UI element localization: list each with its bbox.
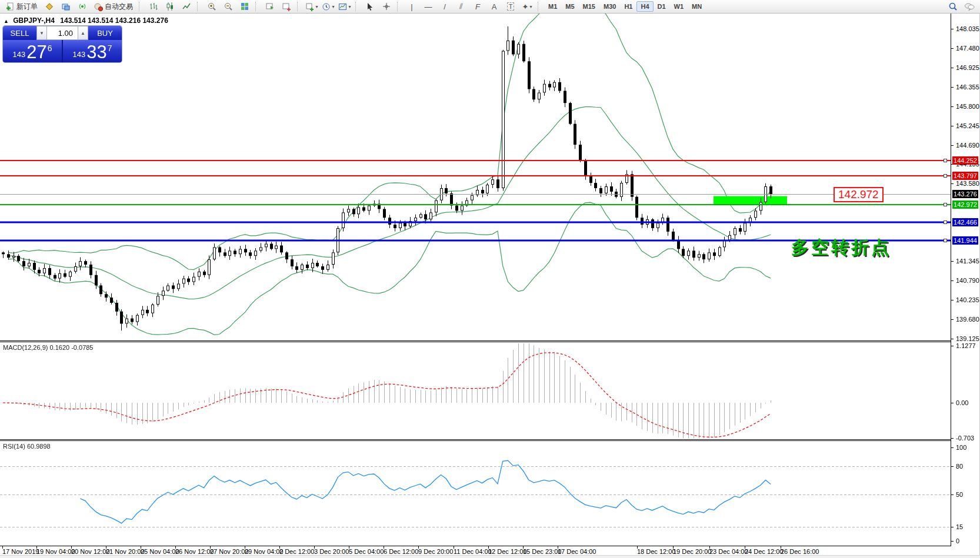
horizontal-line-tool[interactable]: — [420,0,436,13]
rsi-tick-label: 100 [956,444,966,451]
auto-trading-icon [94,2,103,11]
label-tool[interactable]: T [502,0,519,13]
price-tick [951,106,954,107]
price-tick-label: 148.035 [956,25,979,32]
arrows-tool-dropdown[interactable]: ✦▾ [519,0,535,13]
sell-button[interactable]: SELL [3,26,36,40]
template-dropdown[interactable]: ▾ [336,0,353,13]
macd-tick-label: 0.00 [956,399,968,406]
new-chart-icon [305,2,314,11]
turning-point-annotation[interactable]: 多空转折点 [791,236,891,260]
rsi-canvas[interactable] [0,441,951,546]
ohlc-values: 143.514 143.514 143.216 143.276 [60,16,168,25]
one-click-trading-panel: SELL ▼ ▲ BUY 143 27 6 143 33 7 [3,26,122,62]
rsi-tick [951,527,954,527]
new-chart-dropdown[interactable]: ▾ [304,0,320,13]
time-tick-label: 25 Nov 04:00 [141,548,179,555]
symbol-name: GBPJPY-,H4 [13,16,55,25]
macd-tick-label: 1.1277 [956,342,976,349]
macd-tick [951,438,954,439]
text-tool[interactable]: A [486,0,502,13]
line-chart-mode-button[interactable] [178,0,195,13]
tile-windows-icon [240,2,249,11]
rsi-label: RSI(14) 60.9898 [3,443,51,450]
cursor-tool-button[interactable] [362,0,378,13]
volume-up-button[interactable]: ▲ [78,26,88,40]
data-window-icon [265,2,275,11]
vertical-line-tool[interactable]: | [404,0,420,13]
bar-chart-mode-button[interactable] [145,0,162,13]
crosshair-tool-button[interactable] [378,0,395,13]
timeframe-h1[interactable]: H1 [620,1,636,12]
time-tick-label: 20 Nov 12:00 [71,548,109,555]
buy-button[interactable]: BUY [88,26,122,40]
price-tick [951,29,954,29]
price-tick [951,87,954,88]
timeframe-d1[interactable]: D1 [654,1,670,12]
collapse-arrow-icon[interactable]: ▲ [4,18,9,24]
panel-separator[interactable] [0,340,980,341]
rsi-tick [951,494,954,495]
volume-down-button[interactable]: ▼ [36,26,47,40]
macd-tick [951,403,954,403]
macd-label: MACD(12,26,9) 0.1620 -0.0785 [3,344,93,351]
clock-icon [322,2,331,11]
timeframe-m5[interactable]: M5 [561,1,578,12]
gold-diamond-icon [45,2,54,11]
time-tick-label: 2 Dec 12:00 [279,548,314,555]
time-axis[interactable]: 17 Nov 201919 Nov 04:0020 Nov 12:0021 No… [0,546,951,555]
trendline-tool[interactable]: / [436,0,453,13]
price-tick-label: 146.925 [956,64,979,71]
main-chart-canvas[interactable] [0,14,951,340]
buy-price-button[interactable]: 143 33 7 [63,40,122,62]
indicator-window-icon [282,2,291,11]
price-tick-label: 139.680 [956,316,979,323]
auto-trading-button[interactable]: 自动交易 [91,0,136,13]
chat-button[interactable] [961,0,978,13]
price-tick-label: 145.245 [956,122,979,129]
price-tick-label: 140.235 [956,296,979,303]
sell-price-button[interactable]: 143 27 6 [3,40,62,62]
price-callout-label[interactable]: 142.972 [834,187,884,202]
volume-input[interactable] [47,26,78,40]
zoom-out-button[interactable] [220,0,236,13]
toolbar-separator [355,2,360,11]
price-tick-label: 143.580 [956,180,979,187]
period-dropdown[interactable]: ▾ [320,0,336,13]
timeframe-w1[interactable]: W1 [670,1,688,12]
zoom-out-icon [224,2,233,11]
price-tick [951,280,954,281]
market-watch-button[interactable] [41,0,58,13]
timeframe-h4[interactable]: H4 [636,1,653,12]
timeframe-m15[interactable]: M15 [579,1,599,12]
time-tick-label: 5 Dec 04:00 [349,548,384,555]
new-order-button[interactable]: 新订单 [2,0,41,13]
price-tick-label: 144.690 [956,142,979,149]
price-axis[interactable]: 148.035147.480146.925146.355145.800145.2… [951,14,980,555]
level-price-label: 142.466 [952,218,978,226]
fibonacci-tool[interactable]: F [469,0,486,13]
candlestick-mode-button[interactable] [162,0,178,13]
time-tick-label: 23 Dec 04:00 [709,548,748,555]
search-button[interactable] [945,0,961,13]
timeframe-m30[interactable]: M30 [599,1,620,12]
channel-tool[interactable]: ⫽ [453,0,469,13]
mt4-window: 新订单 自动交易 [0,0,980,558]
toolbar-separator [538,2,542,11]
timeframe-m1[interactable]: M1 [544,1,561,12]
candlestick-icon [165,2,175,11]
price-tick [951,339,954,339]
zoom-in-button[interactable] [204,0,220,13]
level-price-label: 142.972 [952,201,978,209]
macd-canvas[interactable] [0,342,951,439]
data-window-button[interactable] [262,0,278,13]
indicator-window-button[interactable] [278,0,295,13]
tile-windows-button[interactable] [236,0,253,13]
signals-button[interactable] [74,0,91,13]
panel-separator[interactable] [0,439,980,440]
chart-title: ▲ GBPJPY-,H4 143.514 143.514 143.216 143… [4,16,168,25]
profiles-button[interactable] [58,0,74,13]
timeframe-mn[interactable]: MN [688,1,706,12]
time-tick-label: 12 Dec 12:00 [488,548,526,555]
toolbar-separator [255,2,260,11]
